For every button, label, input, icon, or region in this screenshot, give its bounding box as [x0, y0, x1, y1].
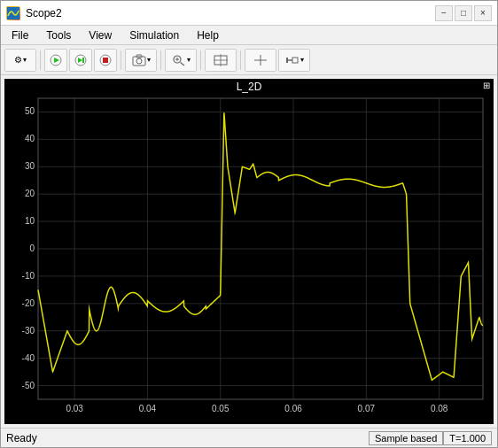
zoom-fit-icon — [172, 54, 186, 66]
dropdown-arrow-icon: ▾ — [23, 56, 27, 64]
title-bar-left: Scope2 — [6, 6, 62, 20]
cursor-icon — [253, 54, 268, 66]
stop-icon — [99, 54, 112, 66]
camera-button[interactable]: ▾ — [125, 49, 157, 72]
toolbar-sep-3 — [160, 50, 161, 70]
svg-rect-21 — [292, 58, 298, 63]
window-controls: − □ × — [435, 5, 492, 21]
status-right: Sample based T=1.000 — [369, 431, 492, 445]
gear-icon: ⚙ — [14, 55, 22, 65]
step-icon — [74, 54, 87, 66]
svg-marker-4 — [78, 58, 82, 63]
tools-button[interactable]: ▾ — [278, 49, 310, 72]
svg-rect-5 — [82, 58, 84, 63]
menu-simulation[interactable]: Simulation — [122, 27, 186, 43]
menu-bar: File Tools View Simulation Help — [1, 26, 497, 45]
zoom-dropdown-icon: ▾ — [187, 56, 191, 64]
stop-button[interactable] — [94, 49, 117, 72]
plot-title: L_2D — [4, 81, 494, 93]
toolbar-sep-5 — [240, 50, 241, 70]
toolbar-sep-1 — [40, 50, 41, 70]
svg-line-12 — [180, 62, 184, 66]
toolbar-sep-2 — [121, 50, 121, 70]
menu-view[interactable]: View — [82, 27, 119, 43]
ready-status: Ready — [6, 432, 37, 444]
menu-file[interactable]: File — [4, 27, 35, 43]
maximize-plot-button[interactable]: ⊞ — [483, 81, 490, 90]
window-title: Scope2 — [26, 7, 62, 19]
minimize-button[interactable]: − — [435, 5, 453, 21]
svg-rect-7 — [103, 58, 108, 63]
tools-dropdown-icon: ▾ — [300, 56, 304, 64]
camera-icon — [132, 54, 146, 66]
step-button[interactable] — [69, 49, 92, 72]
toolbar: ⚙ ▾ — [1, 45, 497, 75]
title-bar: Scope2 − □ × — [1, 1, 497, 26]
cursor-button[interactable] — [245, 49, 276, 72]
pan-button[interactable] — [205, 49, 237, 72]
toolbar-sep-4 — [200, 50, 201, 70]
run-button[interactable] — [44, 49, 67, 72]
status-bar: Ready Sample based T=1.000 — [1, 428, 497, 447]
settings-button[interactable]: ⚙ ▾ — [4, 49, 36, 72]
plot-area: L_2D ⊞ — [4, 79, 494, 424]
svg-marker-2 — [54, 58, 59, 63]
svg-point-9 — [136, 58, 142, 64]
run-icon — [50, 54, 62, 66]
scope-icon — [6, 6, 20, 20]
plot-canvas — [4, 79, 494, 424]
main-window: Scope2 − □ × File Tools View Simulation … — [0, 0, 498, 448]
maximize-button[interactable]: □ — [455, 5, 472, 21]
menu-tools[interactable]: Tools — [39, 27, 78, 43]
sample-based-badge: Sample based — [369, 431, 443, 445]
zoom-fit-button[interactable]: ▾ — [165, 49, 197, 72]
camera-dropdown-icon: ▾ — [147, 56, 151, 64]
close-button[interactable]: × — [474, 5, 492, 21]
tools-icon — [285, 54, 300, 66]
time-badge: T=1.000 — [443, 431, 492, 445]
menu-help[interactable]: Help — [190, 27, 226, 43]
pan-icon — [214, 54, 228, 66]
